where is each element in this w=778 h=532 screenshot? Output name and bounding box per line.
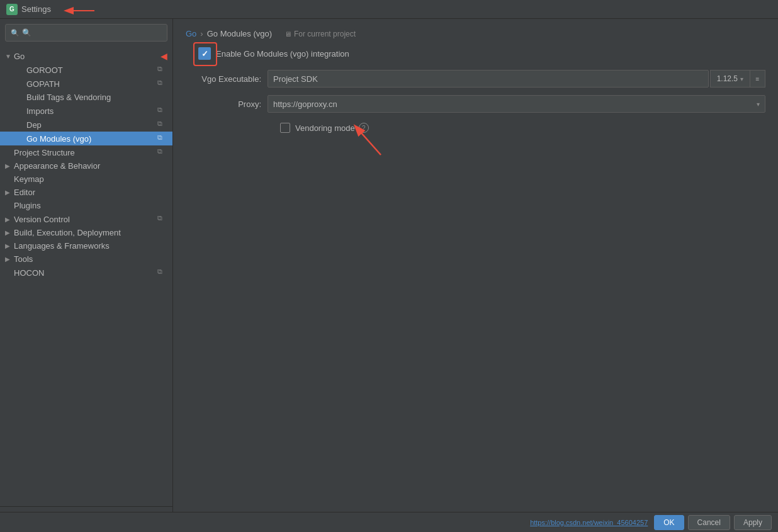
vendoring-checkbox[interactable] — [280, 123, 290, 133]
sidebar-item-project-structure-label: Project Structure — [14, 148, 157, 157]
main-layout: 🔍 ▼ Go ◀ GOROOT ⧉ GOPATH ⧉ — [0, 19, 778, 532]
sidebar-item-dep-label: Dep — [26, 120, 157, 130]
vendoring-help-icon[interactable]: ? — [359, 123, 369, 133]
proxy-label: Proxy: — [186, 99, 268, 109]
appearance-expand-icon: ▶ — [5, 162, 14, 169]
vgo-value: Project SDK — [273, 74, 703, 84]
sidebar-item-gopath-label: GOPATH — [26, 79, 157, 89]
bottom-bar: https://blog.csdn.net/weixin_45604257 OK… — [0, 512, 778, 532]
sidebar-item-imports[interactable]: Imports ⧉ — [0, 104, 172, 118]
sidebar-item-dep[interactable]: Dep ⧉ — [0, 118, 172, 132]
vgo-row: Vgo Executable: Project SDK 1.12.5 ▾ ≡ — [186, 70, 765, 88]
sidebar: 🔍 ▼ Go ◀ GOROOT ⧉ GOPATH ⧉ — [0, 19, 173, 532]
sidebar-item-plugins[interactable]: Plugins — [0, 199, 172, 212]
sidebar-item-go-modules-label: Go Modules (vgo) — [26, 134, 157, 144]
gopath-copy-icon: ⧉ — [157, 79, 167, 89]
proxy-dropdown[interactable]: https://goproxy.cn ▾ — [268, 95, 765, 113]
ok-button[interactable]: OK — [654, 515, 684, 530]
vgo-label: Vgo Executable: — [186, 74, 268, 84]
build-exec-expand-icon: ▶ — [5, 229, 14, 236]
apply-button[interactable]: Apply — [734, 515, 772, 530]
go-annotation-arrow: ◀ — [161, 51, 167, 61]
breadcrumb-project: 🖥 For current project — [285, 30, 356, 38]
vendoring-row: Vendoring mode ? — [280, 123, 765, 133]
proxy-row: Proxy: https://goproxy.cn ▾ — [186, 95, 765, 113]
editor-expand-icon: ▶ — [5, 189, 14, 196]
hocon-copy-icon: ⧉ — [157, 268, 167, 278]
sidebar-item-editor[interactable]: ▶ Editor — [0, 186, 172, 199]
proxy-dropdown-icon: ▾ — [757, 101, 760, 108]
sidebar-item-version-control[interactable]: ▶ Version Control ⧉ — [0, 212, 172, 226]
bottom-url[interactable]: https://blog.csdn.net/weixin_45604257 — [530, 519, 648, 526]
project-structure-copy-icon: ⧉ — [157, 147, 167, 157]
version-control-expand-icon: ▶ — [5, 216, 14, 223]
sidebar-item-plugins-label: Plugins — [14, 201, 167, 210]
checkmark-icon: ✓ — [201, 50, 208, 58]
breadcrumb-go[interactable]: Go — [186, 29, 196, 38]
search-icon: 🔍 — [11, 29, 20, 37]
proxy-input-container: https://goproxy.cn ▾ — [268, 95, 765, 113]
go-modules-copy-icon: ⧉ — [157, 133, 167, 144]
sidebar-item-gopath[interactable]: GOPATH ⧉ — [0, 77, 172, 91]
sidebar-item-keymap[interactable]: Keymap — [0, 173, 172, 186]
enable-row: ✓ Enable Go Modules (vgo) integration — [198, 47, 765, 60]
version-value: 1.12.5 — [717, 74, 738, 83]
sidebar-item-build-exec-label: Build, Execution, Deployment — [14, 228, 167, 237]
imports-copy-icon: ⧉ — [157, 106, 167, 116]
window-title: Settings — [21, 4, 51, 14]
search-box[interactable]: 🔍 — [5, 24, 167, 42]
enable-checkbox[interactable]: ✓ — [198, 47, 211, 60]
sidebar-item-hocon-label: HOCON — [14, 268, 157, 278]
sidebar-tree: ▼ Go ◀ GOROOT ⧉ GOPATH ⧉ Build Tags & Ve… — [0, 47, 172, 506]
breadcrumb-separator: › — [200, 29, 203, 38]
languages-expand-icon: ▶ — [5, 242, 14, 249]
bottom-buttons: OK Cancel Apply — [654, 515, 772, 530]
sidebar-item-build-tags[interactable]: Build Tags & Vendoring — [0, 91, 172, 104]
sidebar-item-appearance[interactable]: ▶ Appearance & Behavior — [0, 159, 172, 173]
breadcrumb-project-label: For current project — [294, 30, 356, 38]
breadcrumb: Go › Go Modules (vgo) 🖥 For current proj… — [186, 29, 765, 38]
vendoring-label: Vendoring mode — [295, 123, 355, 133]
version-badge[interactable]: 1.12.5 ▾ — [710, 70, 750, 88]
vgo-action-icon: ≡ — [756, 76, 760, 82]
vgo-input-container: Project SDK 1.12.5 ▾ ≡ — [268, 70, 765, 88]
sidebar-item-languages-label: Languages & Frameworks — [14, 241, 167, 251]
dep-copy-icon: ⧉ — [157, 120, 167, 130]
sidebar-item-appearance-label: Appearance & Behavior — [14, 161, 167, 171]
sidebar-item-tools[interactable]: ▶ Tools — [0, 252, 172, 266]
sidebar-item-version-control-label: Version Control — [14, 215, 157, 224]
sidebar-item-tools-label: Tools — [14, 254, 167, 264]
sidebar-item-project-structure[interactable]: Project Structure ⧉ — [0, 145, 172, 159]
sidebar-item-hocon[interactable]: HOCON ⧉ — [0, 266, 172, 280]
app-icon: G — [6, 4, 18, 15]
title-bar: G Settings — [0, 0, 778, 19]
content-area: Go › Go Modules (vgo) 🖥 For current proj… — [173, 19, 778, 532]
sidebar-item-keymap-label: Keymap — [14, 174, 167, 184]
enable-label: Enable Go Modules (vgo) integration — [216, 49, 349, 59]
sidebar-item-build-exec[interactable]: ▶ Build, Execution, Deployment — [0, 226, 172, 239]
tools-expand-icon: ▶ — [5, 256, 14, 263]
project-icon: 🖥 — [285, 30, 291, 38]
search-input[interactable] — [22, 28, 162, 37]
breadcrumb-current: Go Modules (vgo) — [207, 29, 272, 38]
sidebar-item-goroot-label: GOROOT — [26, 65, 157, 75]
sidebar-item-goroot[interactable]: GOROOT ⧉ — [0, 63, 172, 77]
expand-go-icon: ▼ — [5, 53, 14, 60]
sidebar-item-build-tags-label: Build Tags & Vendoring — [26, 93, 167, 102]
cancel-button[interactable]: Cancel — [688, 515, 730, 530]
sidebar-item-go-label: Go — [14, 52, 158, 61]
proxy-value: https://goproxy.cn — [273, 99, 757, 109]
vgo-action-button[interactable]: ≡ — [750, 70, 765, 88]
sidebar-item-go[interactable]: ▼ Go ◀ — [0, 49, 172, 63]
sidebar-item-editor-label: Editor — [14, 188, 167, 197]
version-dropdown-icon: ▾ — [740, 76, 743, 82]
sidebar-item-imports-label: Imports — [26, 106, 157, 116]
version-control-copy-icon: ⧉ — [157, 214, 167, 224]
sidebar-item-languages[interactable]: ▶ Languages & Frameworks — [0, 239, 172, 252]
sidebar-item-go-modules[interactable]: Go Modules (vgo) ⧉ — [0, 132, 172, 145]
vgo-dropdown[interactable]: Project SDK — [268, 70, 709, 88]
goroot-copy-icon: ⧉ — [157, 65, 167, 75]
